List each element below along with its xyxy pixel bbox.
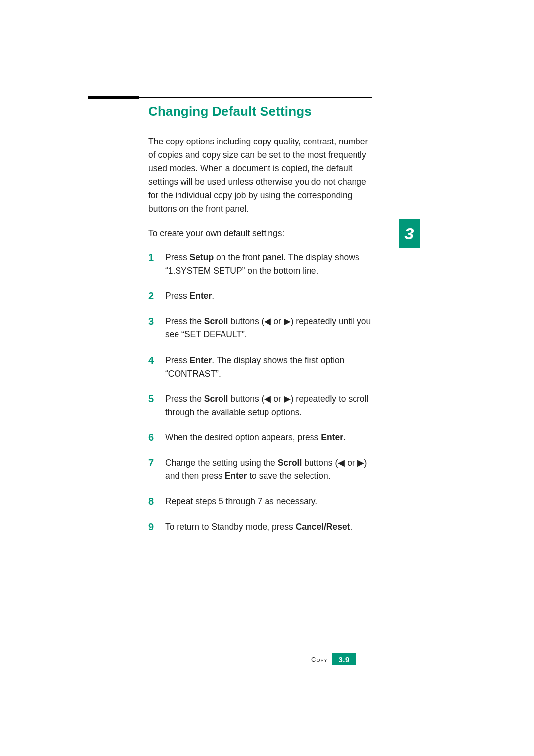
step-3: Press the Scroll buttons (◀ or ▶) repeat… xyxy=(148,315,376,341)
step-7: Change the setting using the Scroll butt… xyxy=(148,456,376,483)
step-5: Press the Scroll buttons (◀ or ▶) repeat… xyxy=(148,392,376,419)
content-area: Changing Default Settings The copy optio… xyxy=(148,104,376,546)
step-4: Press Enter. The display shows the first… xyxy=(148,354,376,380)
step-6: When the desired option appears, press E… xyxy=(148,431,376,444)
header-rule xyxy=(88,96,372,99)
intro-paragraph: The copy options including copy quality,… xyxy=(148,135,376,216)
steps-list: Press Setup on the front panel. The disp… xyxy=(148,251,376,534)
chapter-tab: 3 xyxy=(399,219,420,248)
step-8: Repeat steps 5 through 7 as necessary. xyxy=(148,495,376,508)
footer-page-number: 3.9 xyxy=(332,653,355,665)
lead-line: To create your own default settings: xyxy=(148,227,376,240)
step-9: To return to Standby mode, press Cancel/… xyxy=(148,520,376,534)
step-1: Press Setup on the front panel. The disp… xyxy=(148,251,376,278)
step-2: Press Enter. xyxy=(148,289,376,303)
section-title: Changing Default Settings xyxy=(148,104,376,119)
footer-section-name: Copy xyxy=(312,656,327,663)
page-footer: Copy 3.9 xyxy=(312,653,356,665)
